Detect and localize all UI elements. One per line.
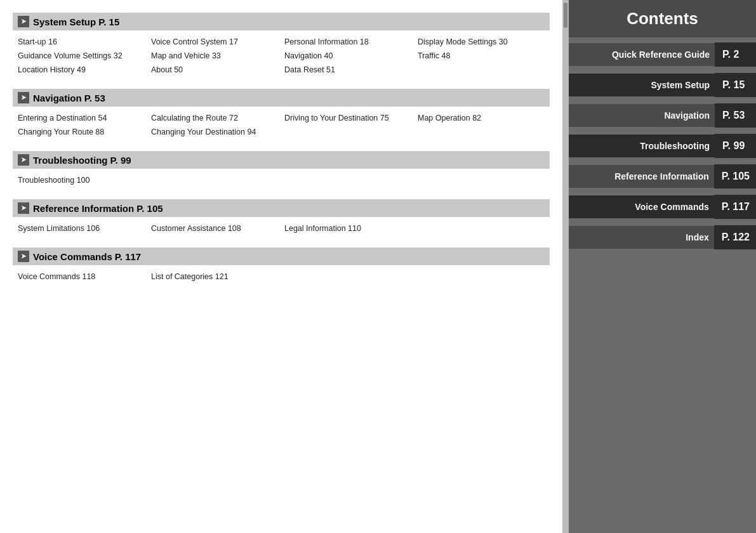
sidebar-item-label: Reference Information bbox=[569, 165, 714, 188]
section-header-voice-commands: ➤Voice Commands P. 117 bbox=[13, 247, 550, 265]
sidebar-item-page: P. 122 bbox=[714, 225, 756, 249]
section-body-system-setup: Start-up 16Voice Control System 17Person… bbox=[13, 34, 550, 77]
section-title-voice-commands: Voice Commands bbox=[33, 251, 112, 262]
sidebar-item-quick-reference-guide[interactable]: Quick Reference GuideP. 2 bbox=[569, 43, 756, 67]
sidebar-item-troubleshooting[interactable]: TroubleshootingP. 99 bbox=[569, 134, 756, 158]
section-entry bbox=[418, 222, 545, 235]
sidebar-item-navigation[interactable]: NavigationP. 53 bbox=[569, 103, 756, 128]
section-icon-navigation: ➤ bbox=[18, 92, 29, 103]
section-entry: Navigation 40 bbox=[284, 49, 411, 62]
section-entry bbox=[418, 63, 545, 76]
section-entry: Troubleshooting 100 bbox=[18, 174, 145, 187]
section-body-navigation: Entering a Destination 54Calculating the… bbox=[13, 110, 550, 140]
section-entry bbox=[151, 174, 278, 187]
section-icon-troubleshooting: ➤ bbox=[18, 154, 29, 166]
section-page-system-setup: P. 15 bbox=[98, 16, 119, 27]
section-entry bbox=[284, 174, 411, 187]
section-title-system-setup: System Setup bbox=[33, 16, 96, 27]
section-entry: Entering a Destination 54 bbox=[18, 112, 145, 124]
sidebar-item-label: Navigation bbox=[569, 104, 715, 127]
section-entry: Start-up 16 bbox=[18, 36, 145, 48]
section-icon-voice-commands: ➤ bbox=[18, 251, 29, 262]
section-entry: Changing Your Destination 94 bbox=[151, 126, 278, 138]
section-entry: Voice Commands 118 bbox=[18, 270, 145, 283]
sidebar-item-page: P. 15 bbox=[715, 73, 756, 97]
sidebar-title: Contents bbox=[569, 0, 756, 37]
sidebar-item-reference-information[interactable]: Reference InformationP. 105 bbox=[569, 164, 756, 188]
sidebar-item-voice-commands[interactable]: Voice CommandsP. 117 bbox=[569, 195, 756, 219]
section-entry: Map Operation 82 bbox=[418, 112, 545, 124]
sidebar-item-page: P. 105 bbox=[714, 164, 756, 188]
sidebar: Contents Quick Reference GuideP. 2System… bbox=[569, 0, 756, 533]
section-system-setup: ➤System Setup P. 15Start-up 16Voice Cont… bbox=[13, 13, 550, 77]
section-entry: Map and Vehicle 33 bbox=[151, 49, 278, 62]
section-voice-commands: ➤Voice Commands P. 117Voice Commands 118… bbox=[13, 247, 550, 284]
section-entry: Calculating the Route 72 bbox=[151, 112, 278, 124]
section-entry: Changing Your Route 88 bbox=[18, 126, 145, 138]
section-entry: System Limitations 106 bbox=[18, 222, 145, 235]
sidebar-item-page: P. 2 bbox=[715, 43, 756, 67]
section-entry: Driving to Your Destination 75 bbox=[284, 112, 411, 124]
section-page-navigation: P. 53 bbox=[84, 93, 105, 103]
section-entry: Guidance Volume Settings 32 bbox=[18, 49, 145, 62]
sidebar-item-index[interactable]: IndexP. 122 bbox=[569, 225, 756, 249]
section-entry: Customer Assistance 108 bbox=[151, 222, 278, 235]
section-header-troubleshooting: ➤Troubleshooting P. 99 bbox=[13, 151, 550, 169]
section-title-navigation: Navigation bbox=[33, 93, 82, 103]
section-entry bbox=[284, 270, 411, 283]
section-entry: Traffic 48 bbox=[418, 49, 545, 62]
section-entry: Location History 49 bbox=[18, 63, 145, 76]
section-entry bbox=[418, 126, 545, 138]
section-reference-information: ➤Reference Information P. 105System Limi… bbox=[13, 199, 550, 236]
section-entry: Legal Information 110 bbox=[284, 222, 411, 235]
section-entry: Voice Control System 17 bbox=[151, 36, 278, 48]
scroll-thumb[interactable] bbox=[564, 3, 567, 28]
scrollbar[interactable] bbox=[562, 0, 569, 533]
section-icon-reference-information: ➤ bbox=[18, 202, 29, 214]
section-entry: Display Mode Settings 30 bbox=[418, 36, 545, 48]
section-entry bbox=[284, 126, 411, 138]
sidebar-item-label: Index bbox=[569, 226, 714, 249]
section-page-troubleshooting: P. 99 bbox=[110, 155, 131, 166]
section-header-reference-information: ➤Reference Information P. 105 bbox=[13, 199, 550, 217]
sidebar-item-page: P. 117 bbox=[714, 195, 756, 219]
section-body-reference-information: System Limitations 106Customer Assistanc… bbox=[13, 221, 550, 236]
section-troubleshooting: ➤Troubleshooting P. 99Troubleshooting 10… bbox=[13, 151, 550, 188]
section-entry: Data Reset 51 bbox=[284, 63, 411, 76]
sidebar-item-system-setup[interactable]: System SetupP. 15 bbox=[569, 73, 756, 97]
section-navigation: ➤Navigation P. 53Entering a Destination … bbox=[13, 89, 550, 140]
section-title-troubleshooting: Troubleshooting bbox=[33, 155, 108, 166]
section-title-reference-information: Reference Information bbox=[33, 203, 134, 214]
section-page-reference-information: P. 105 bbox=[136, 203, 162, 214]
section-icon-system-setup: ➤ bbox=[18, 16, 29, 27]
section-header-navigation: ➤Navigation P. 53 bbox=[13, 89, 550, 107]
sidebar-item-label: Quick Reference Guide bbox=[569, 43, 715, 66]
section-entry bbox=[418, 270, 545, 283]
section-header-system-setup: ➤System Setup P. 15 bbox=[13, 13, 550, 30]
section-entry: Personal Information 18 bbox=[284, 36, 411, 48]
section-page-voice-commands: P. 117 bbox=[115, 251, 141, 262]
sidebar-item-label: Troubleshooting bbox=[569, 135, 715, 157]
sidebar-item-label: System Setup bbox=[569, 74, 715, 96]
section-entry: About 50 bbox=[151, 63, 278, 76]
section-entry: List of Categories 121 bbox=[151, 270, 278, 283]
section-body-voice-commands: Voice Commands 118List of Categories 121 bbox=[13, 269, 550, 284]
sidebar-item-page: P. 99 bbox=[715, 134, 756, 158]
main-content: ➤System Setup P. 15Start-up 16Voice Cont… bbox=[0, 0, 562, 533]
section-entry bbox=[418, 174, 545, 187]
section-body-troubleshooting: Troubleshooting 100 bbox=[13, 173, 550, 188]
sidebar-item-page: P. 53 bbox=[715, 103, 756, 128]
sidebar-item-label: Voice Commands bbox=[569, 195, 714, 218]
